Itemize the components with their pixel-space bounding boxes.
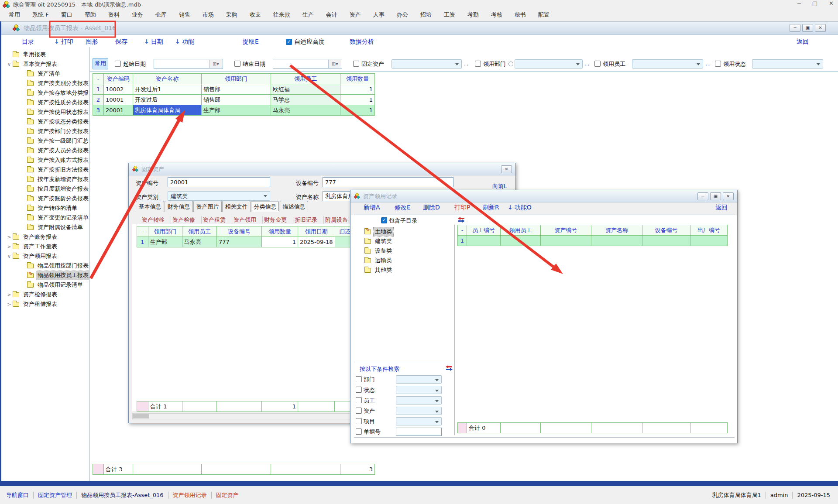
tree-item[interactable]: 资产按使用状态报表 (27, 107, 89, 117)
table-cell[interactable]: 1 (340, 95, 375, 105)
tree-item[interactable]: 资产转移的清单 (27, 203, 79, 213)
column-header[interactable]: - (137, 226, 148, 237)
column-header[interactable]: 领用部门 (148, 226, 182, 237)
menu-item[interactable]: 常用 (3, 10, 26, 20)
asset-link-资产检修[interactable]: 资产检修 (172, 216, 202, 224)
table-cell[interactable]: 1 (262, 237, 298, 247)
minimize-icon[interactable]: ─ (697, 192, 708, 200)
menu-item[interactable]: 市场 (196, 10, 220, 20)
asset-link-资产转移[interactable]: 资产转移 (142, 216, 171, 224)
tab-分类信息[interactable]: 分类信息 (251, 201, 279, 212)
autofit-checkbox[interactable] (286, 39, 292, 45)
menu-item[interactable]: 生产 (296, 10, 320, 20)
swap-arrows-icon[interactable] (458, 217, 465, 223)
table-cell[interactable]: 马学忠 (271, 95, 340, 105)
column-header[interactable]: 领用部门 (202, 74, 271, 84)
calendar-icon[interactable]: ⊞▾ (209, 60, 222, 68)
search-状态-checkbox[interactable] (356, 387, 362, 393)
table-cell[interactable]: 销售部 (202, 84, 271, 95)
column-header[interactable]: 设备编号 (217, 226, 262, 237)
menu-item[interactable]: 招培 (414, 10, 438, 20)
restore-icon[interactable]: ▣ (802, 24, 813, 32)
table-cell[interactable] (541, 236, 591, 246)
column-header[interactable]: 出厂编号 (690, 225, 728, 236)
table-cell[interactable] (690, 236, 728, 246)
tab-相关文件[interactable]: 相关文件 (222, 201, 251, 212)
swap-arrows-icon[interactable] (446, 365, 453, 371)
table-cell[interactable] (501, 236, 541, 246)
start-date-checkbox[interactable] (115, 61, 121, 67)
column-header[interactable]: 领用数量 (262, 226, 298, 237)
table-cell[interactable]: 合计 1 (148, 401, 182, 412)
toolbar-打印P[interactable]: 打印P (454, 204, 470, 212)
tree-item[interactable]: >资产工作量表 (6, 242, 58, 251)
expander-icon[interactable]: ∨ (6, 254, 13, 259)
tree-item[interactable]: 物品领用按员工报表 (27, 271, 89, 280)
column-header[interactable]: 资产编码 (104, 74, 133, 84)
forward-link[interactable]: 向前L (492, 182, 507, 190)
column-header[interactable]: 领用数量 (340, 74, 375, 84)
tab-资产图片[interactable]: 资产图片 (193, 201, 222, 212)
tree-item[interactable]: ∨资产领用报表 (6, 251, 58, 261)
table-cell[interactable] (458, 423, 467, 433)
minimize-icon[interactable]: ─ (790, 24, 800, 32)
table-cell[interactable] (182, 401, 217, 412)
tree-item[interactable]: 资产按性质分类报表 (27, 98, 89, 107)
table-cell[interactable] (202, 464, 271, 475)
tree-item[interactable]: 资产清单 (27, 69, 62, 79)
tree-item[interactable]: 资产按折旧方法报表 (27, 165, 89, 175)
tree-item[interactable]: >资产检修报表 (6, 290, 58, 299)
use-status-select[interactable] (752, 59, 823, 69)
table-cell[interactable] (690, 423, 728, 433)
menu-item[interactable]: 工资 (438, 10, 461, 20)
table-cell[interactable]: 开发过后 (133, 95, 202, 105)
asset-link-资产领用[interactable]: 资产领用 (234, 216, 263, 224)
menu-item[interactable]: 秘书 (508, 10, 532, 20)
menu-item[interactable]: 采购 (220, 10, 244, 20)
table-cell[interactable] (501, 423, 541, 433)
table-cell[interactable]: 1 (340, 84, 375, 95)
search-资产-checkbox[interactable] (356, 408, 362, 414)
tree-item[interactable]: 资产按存放地分类报表 (27, 88, 89, 98)
table-cell[interactable]: 3 (340, 464, 375, 475)
tab-财务信息[interactable]: 财务信息 (165, 201, 193, 212)
table-cell[interactable] (591, 236, 642, 246)
back-button[interactable]: 返回 (797, 38, 809, 46)
table-cell[interactable]: 3 (93, 105, 104, 116)
menu-item[interactable]: 资产 (343, 10, 367, 20)
table-cell[interactable] (591, 423, 642, 433)
extract-button[interactable]: 提取E (243, 38, 259, 46)
tree-item[interactable]: 物品领用记录清单 (27, 280, 84, 290)
start-date-input[interactable]: ⊞▾ (154, 59, 223, 69)
use-dept-select[interactable] (515, 59, 583, 69)
table-cell[interactable]: 生产部 (148, 237, 182, 247)
catalog-button[interactable]: 目录 (22, 38, 34, 46)
menu-item[interactable]: 资料 (102, 10, 126, 20)
tree-item[interactable]: >资产账务报表 (6, 232, 58, 242)
window-tab[interactable]: 资产领用记录 (168, 491, 211, 499)
table-cell[interactable] (133, 464, 202, 475)
column-header[interactable]: - (458, 225, 467, 236)
menu-item[interactable]: 考核 (485, 10, 508, 20)
window-tab[interactable]: 固定资产管理 (34, 491, 76, 499)
column-header[interactable]: - (93, 74, 104, 84)
table-cell[interactable] (271, 464, 340, 475)
table-cell[interactable]: 乳房体育局体育局 (133, 105, 202, 116)
table-cell[interactable]: 10001 (104, 95, 133, 105)
tree-item[interactable]: 资产按人员分类报表 (27, 146, 89, 155)
toolbar-修改E[interactable]: 修改E (395, 204, 411, 212)
fixed-asset-checkbox[interactable] (353, 61, 359, 67)
table-cell[interactable] (642, 236, 690, 246)
table-cell[interactable] (298, 401, 335, 412)
maximize-icon[interactable]: □ (812, 0, 817, 7)
tree-item[interactable]: 物品领用按部门报表 (27, 261, 89, 271)
tree-item[interactable]: >资产租借报表 (6, 299, 58, 309)
function-button[interactable]: ↓功能 (175, 38, 194, 46)
category-select[interactable]: 建筑类 (168, 191, 270, 201)
table-cell[interactable]: 1 (458, 236, 467, 246)
search-部门-select[interactable] (396, 375, 442, 384)
table-cell[interactable]: 10002 (104, 84, 133, 95)
tab-基本信息[interactable]: 基本信息 (136, 201, 164, 212)
expander-icon[interactable]: > (6, 244, 13, 250)
asset-link-折旧记录[interactable]: 折旧记录 (295, 216, 324, 224)
